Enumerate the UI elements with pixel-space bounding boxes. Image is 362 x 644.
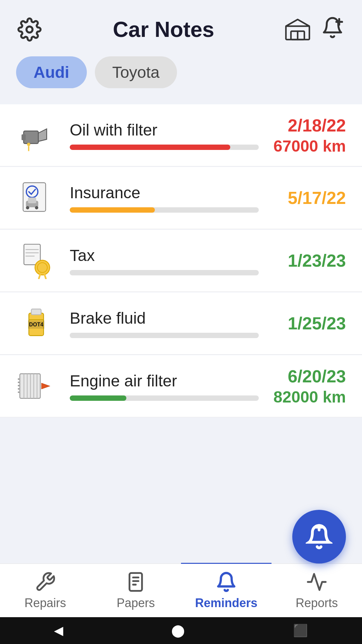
system-navigation: ◀ ⬤ ⬛	[0, 617, 362, 644]
svg-text:DOT4: DOT4	[29, 322, 44, 327]
svg-point-16	[35, 206, 38, 209]
reminder-engine-air-filter[interactable]: Engine air filter 6/20/23 82000 km	[0, 355, 362, 417]
svg-point-15	[26, 206, 29, 209]
reminder-insurance[interactable]: Insurance 5/17/22	[0, 167, 362, 229]
engine-air-filter-icon	[16, 366, 56, 406]
repairs-label: Repairs	[24, 596, 66, 610]
engine-air-filter-content: Engine air filter	[70, 372, 259, 401]
reports-icon	[306, 571, 327, 593]
svg-rect-8	[21, 135, 26, 141]
add-notification-button[interactable]	[319, 16, 346, 43]
svg-point-19	[38, 263, 47, 272]
insurance-name: Insurance	[70, 183, 259, 202]
engine-air-filter-bar	[70, 395, 126, 401]
engine-air-filter-km-text: 82000 km	[265, 388, 346, 406]
reminders-icon	[216, 571, 237, 593]
nav-reports[interactable]: Reports	[272, 564, 362, 617]
insurance-bar-container	[70, 207, 259, 213]
tax-content: Tax	[70, 246, 259, 275]
tax-date-text: 1/23/23	[265, 251, 346, 271]
repairs-icon	[35, 571, 56, 593]
svg-marker-7	[38, 129, 47, 142]
oil-filter-name: Oil with filter	[70, 121, 259, 139]
car-tabs: Audi Toyota	[0, 51, 362, 99]
oil-filter-date: 2/18/22 67000 km	[265, 115, 346, 155]
tax-name: Tax	[70, 246, 259, 265]
svg-point-36	[18, 378, 19, 380]
tax-icon	[16, 240, 56, 281]
oil-filter-icon	[16, 115, 56, 155]
nav-papers[interactable]: Papers	[90, 564, 181, 617]
oil-filter-bar-container	[70, 145, 259, 150]
reminder-oil-filter[interactable]: Oil with filter 2/18/22 67000 km	[0, 104, 362, 166]
insurance-content: Insurance	[70, 183, 259, 213]
svg-line-21	[44, 274, 46, 279]
engine-air-filter-bar-container	[70, 395, 259, 401]
brake-fluid-content: Brake fluid	[70, 309, 259, 338]
engine-air-filter-date: 6/20/23 82000 km	[265, 366, 346, 406]
reminder-brake-fluid[interactable]: DOT4 Brake fluid 1/25/23	[0, 292, 362, 355]
settings-button[interactable]	[16, 16, 43, 43]
svg-point-40	[18, 391, 19, 393]
oil-filter-date-text: 2/18/22	[265, 115, 346, 136]
brake-fluid-name: Brake fluid	[70, 309, 259, 327]
svg-point-0	[26, 26, 33, 33]
svg-marker-41	[42, 383, 50, 389]
reminder-tax[interactable]: Tax 1/23/23	[0, 230, 362, 292]
svg-point-39	[18, 388, 19, 390]
insurance-icon	[16, 178, 56, 218]
tax-bar-container	[70, 270, 259, 275]
brake-fluid-date: 1/25/23	[265, 313, 346, 333]
brake-fluid-icon: DOT4	[16, 303, 56, 343]
nav-repairs[interactable]: Repairs	[0, 564, 90, 617]
app-title: Car Notes	[43, 17, 284, 42]
papers-label: Papers	[117, 596, 155, 610]
reports-label: Reports	[296, 596, 338, 610]
insurance-bar	[70, 207, 155, 213]
svg-line-20	[39, 274, 40, 279]
home-button[interactable]: ⬤	[171, 624, 185, 638]
engine-air-filter-name: Engine air filter	[70, 372, 259, 390]
insurance-date-text: 5/17/22	[265, 188, 346, 208]
svg-rect-6	[24, 131, 39, 144]
tab-audi[interactable]: Audi	[16, 56, 87, 88]
insurance-date: 5/17/22	[265, 188, 346, 208]
svg-point-37	[18, 382, 19, 383]
engine-air-filter-date-text: 6/20/23	[265, 366, 346, 386]
oil-filter-content: Oil with filter	[70, 121, 259, 150]
header-right-icons	[284, 16, 346, 43]
svg-point-9	[27, 143, 31, 146]
recents-button[interactable]: ⬛	[293, 624, 308, 638]
add-reminder-fab[interactable]	[292, 510, 346, 564]
papers-icon	[125, 571, 146, 593]
oil-filter-km-text: 67000 km	[265, 137, 346, 155]
reminders-list: Oil with filter 2/18/22 67000 km	[0, 99, 362, 423]
svg-point-38	[18, 385, 19, 386]
brake-fluid-date-text: 1/25/23	[265, 313, 346, 333]
tab-toyota[interactable]: Toyota	[95, 56, 177, 88]
svg-rect-14	[28, 198, 36, 203]
brake-fluid-bar-container	[70, 333, 259, 338]
app-header: Car Notes	[0, 0, 362, 51]
tax-date: 1/23/23	[265, 251, 346, 271]
back-button[interactable]: ◀	[54, 624, 63, 638]
svg-rect-26	[31, 309, 41, 315]
garage-button[interactable]	[284, 16, 311, 43]
bottom-navigation: Repairs Papers Reminders Reports	[0, 564, 362, 617]
nav-reminders[interactable]: Reminders	[181, 563, 272, 617]
oil-filter-bar	[70, 145, 230, 150]
reminders-label: Reminders	[195, 596, 257, 610]
